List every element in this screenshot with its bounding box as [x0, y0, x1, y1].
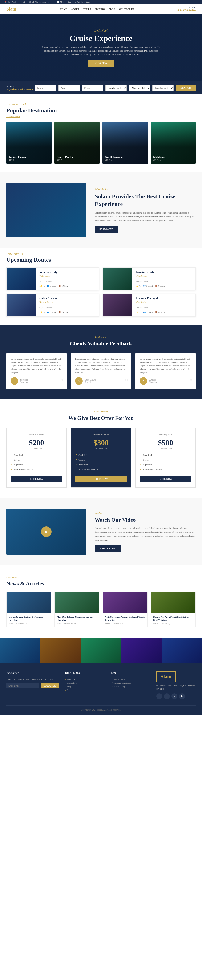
hero-cta-button[interactable]: BOOK NOW — [88, 60, 114, 67]
legal-link-3[interactable]: Cookies Policy — [111, 685, 150, 688]
nav-tours[interactable]: Tours — [83, 8, 91, 10]
twitter-icon[interactable]: t — [164, 693, 170, 699]
book-now-button-1[interactable]: BOOK NOW — [11, 476, 62, 482]
routes-grid: Venezia - Italy Water Cruise $4,000 / we… — [6, 267, 196, 317]
video-thumbnail[interactable]: ▶ — [6, 509, 86, 555]
feature-2-4: Reservations System — [75, 467, 127, 472]
route-price-2: $4,800 / week — [136, 278, 192, 283]
view-gallery-button[interactable]: VIEW GALLERY — [95, 545, 121, 552]
nav-contact[interactable]: Contact Us — [119, 8, 134, 10]
who-read-more-button[interactable]: READ MORE — [95, 226, 118, 233]
gallery-item-1[interactable] — [0, 638, 40, 663]
route-card-4[interactable]: Lisbon - Portugal Water Cruise $4,800 / … — [103, 294, 196, 317]
route-image-1 — [6, 267, 36, 290]
legal-link-2[interactable]: Terms and Conditions — [111, 681, 150, 685]
quick-link-2[interactable]: Destinations — [65, 681, 104, 685]
route-card-2[interactable]: Laurine - Italy Water Cruise $4,800 / we… — [103, 267, 196, 290]
book-now-button-2[interactable]: BOOK NOW — [75, 476, 127, 482]
booking-email-input[interactable] — [59, 85, 80, 91]
blog-card-4[interactable]: Mauris Vol Apra Fringtilla Efficitur Era… — [151, 592, 196, 627]
blog-title-2: Muo Orci Intecen Commodo Sapien Rhondus — [57, 615, 97, 622]
blog-image-4 — [151, 592, 196, 613]
feature-1-4: Reservations System — [11, 467, 62, 472]
video-description: Lorem ipsum dolor sit amet, consectetur … — [95, 526, 196, 542]
legal-link-1[interactable]: Privacy Policy — [111, 678, 150, 681]
blog-title-4: Mauris Vol Apra Fringtilla Efficitur Era… — [153, 615, 193, 622]
dest-name-3: North Europe — [105, 156, 145, 159]
quick-link-1[interactable]: About Us — [65, 678, 104, 681]
newsletter-email-input[interactable] — [6, 683, 39, 689]
destination-card-3[interactable]: North Europe 418 Boat — [102, 122, 148, 164]
quick-link-4[interactable]: Shop — [65, 688, 104, 692]
plan-name-1: Starter Plan — [11, 433, 62, 436]
plan-amount-2: $300 — [75, 438, 127, 447]
pricing-card-enterprise: Enterprise $500 / Unlimited Seat Qualifi… — [135, 428, 196, 488]
youtube-icon[interactable]: ▶ — [179, 693, 185, 699]
plan-amount-1: $200 — [11, 438, 62, 447]
booking-name-input[interactable] — [35, 85, 56, 91]
gallery-item-2[interactable] — [40, 638, 81, 663]
booking-adult-select[interactable]: Number of Adult — [129, 85, 150, 91]
gallery-item-3[interactable] — [81, 638, 121, 663]
route-title-2: Laurine - Italy — [136, 270, 192, 274]
who-we-are-text: Who We Are Solam Provides The Best Cruis… — [95, 188, 196, 233]
social-icons: f t in ▶ — [156, 693, 196, 699]
facebook-icon[interactable]: f — [156, 693, 162, 699]
subscribe-button[interactable]: SUBSCRIBE — [41, 683, 59, 689]
route-guests-4: 👥 5 Guest — [143, 311, 153, 313]
route-title-1: Venezia - Italy — [39, 270, 96, 274]
phone-number[interactable]: 666-5555-44444 — [177, 8, 196, 12]
testi-text-3: Lorem ipsum dolor sit amet, consectetur … — [140, 357, 191, 374]
footer-logo[interactable]: Slam — [156, 671, 176, 682]
plan-features-2: Qualified Cabins Aquarium Reservations S… — [75, 452, 127, 472]
pricing-card-premium: Premium Plan $300 / Limited Seat Qualifi… — [71, 428, 131, 488]
blog-meta-3: admin — October 21, 22 — [105, 623, 145, 625]
destinations-header: Let's Have A Look Popular Destination Di… — [0, 94, 202, 120]
route-card-1[interactable]: Venezia - Italy Water Cruise $4,000 / we… — [6, 267, 99, 290]
who-title: Solam Provides The Best Cruise Experienc… — [95, 192, 196, 208]
nav-blog[interactable]: Blog — [108, 8, 115, 10]
booking-phone-input[interactable] — [82, 85, 103, 91]
route-info-1: Venezia - Italy Water Cruise $4,000 / we… — [36, 267, 99, 290]
route-title-3: Oslo - Norway — [39, 297, 96, 300]
blog-body-4: Mauris Vol Apra Fringtilla Efficitur Era… — [151, 613, 196, 627]
blog-card-3[interactable]: Velit Maecenas Posuere Dictumst Turpis C… — [103, 592, 148, 627]
gallery-item-5[interactable] — [162, 638, 202, 663]
hero-subtitle: Let's Feel — [94, 29, 108, 32]
blog-card-1[interactable]: Curae Rutrum Pulinar Ut, Tempor Interdum… — [6, 592, 51, 627]
booking-label: Booking Experience With Solam — [6, 85, 33, 91]
booking-rooms-select[interactable]: Number of Rooms — [105, 85, 127, 91]
booking-child-select[interactable]: Number of Child — [152, 85, 173, 91]
destinations-discover-link[interactable]: Discover More — [6, 115, 196, 118]
legal-title: Legal — [111, 671, 150, 675]
routes-header: Travel With Us Upcoming Routes — [6, 250, 196, 265]
call-now-block: Call Now 666-5555-44444 — [177, 6, 196, 12]
quote-icon-1: " — [60, 377, 64, 386]
route-type-2: Water Cruise — [136, 275, 192, 277]
nav-home[interactable]: Home — [60, 8, 67, 10]
quick-link-3[interactable]: Blog — [65, 685, 104, 688]
destination-card-2[interactable]: South Pacific 418 Boat — [54, 122, 100, 164]
feature-1-1: Qualified — [11, 452, 62, 457]
plan-period-1: / Limited Seat — [11, 447, 62, 450]
nav-about[interactable]: About — [71, 8, 79, 10]
book-now-button-3[interactable]: BOOK NOW — [140, 476, 191, 482]
linkedin-icon[interactable]: in — [172, 693, 177, 699]
route-info-3: Oslo - Norway Norway Stream $4,800 / wee… — [36, 294, 99, 317]
call-label: Call Now — [188, 6, 196, 8]
destination-card-1[interactable]: Indian Ocean 418 Boat — [6, 122, 52, 164]
feature-3-1: Qualified — [140, 452, 191, 457]
destinations-grid: Indian Ocean 418 Boat South Pacific 418 … — [0, 120, 202, 172]
destinations-tag: Let's Have A Look — [6, 103, 196, 106]
play-button[interactable]: ▶ — [41, 527, 52, 537]
testimonials-section: Testimonial Clients Valuable Feedback Lo… — [0, 325, 202, 399]
who-description: Lorem ipsum dolor sit amet, consectetur … — [95, 211, 196, 223]
blog-card-2[interactable]: Muo Orci Intecen Commodo Sapien Rhondus … — [54, 592, 99, 627]
route-card-3[interactable]: Oslo - Norway Norway Stream $4,800 / wee… — [6, 294, 99, 317]
gallery-item-4[interactable] — [121, 638, 162, 663]
destination-card-4[interactable]: Maldives 418 Boat — [151, 122, 196, 164]
booking-search-button[interactable]: SEARCH — [176, 85, 196, 91]
top-bar: 📍 Jber Prudence Street ✉ info@yourcompan… — [0, 0, 202, 4]
logo[interactable]: Slam — [6, 6, 16, 12]
nav-pricing[interactable]: Pricing — [95, 8, 105, 10]
